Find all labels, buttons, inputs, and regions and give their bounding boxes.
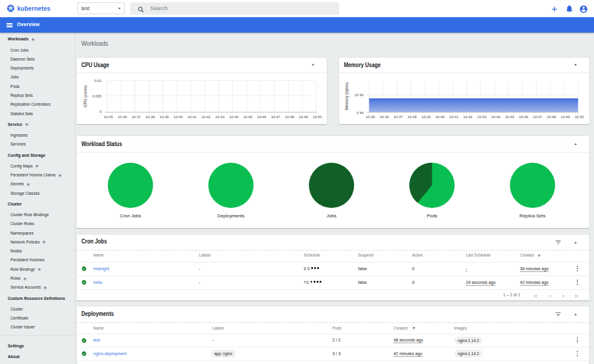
svg-text:10:38: 10:38 bbox=[407, 115, 417, 119]
svg-text:10:43: 10:43 bbox=[215, 115, 225, 119]
svg-text:0: 0 bbox=[100, 109, 102, 113]
svg-text:Replica Sets: Replica Sets bbox=[520, 213, 546, 219]
svg-text:10:46: 10:46 bbox=[519, 115, 529, 119]
svg-text:10:37: 10:37 bbox=[132, 115, 141, 119]
svg-text:Cron Jobs: Cron Jobs bbox=[120, 213, 141, 219]
svg-text:Deployments: Deployments bbox=[217, 213, 245, 219]
svg-text:10:35: 10:35 bbox=[366, 115, 375, 119]
svg-text:0.01: 0.01 bbox=[94, 78, 102, 83]
svg-text:10:44: 10:44 bbox=[491, 115, 501, 119]
svg-text:10:40: 10:40 bbox=[173, 115, 183, 119]
svg-text:10:38: 10:38 bbox=[146, 115, 155, 119]
svg-text:10:43: 10:43 bbox=[477, 115, 486, 119]
svg-text:10:45: 10:45 bbox=[505, 115, 514, 119]
svg-text:Jobs: Jobs bbox=[327, 213, 337, 219]
svg-text:10:35: 10:35 bbox=[104, 115, 113, 119]
svg-text:10:50: 10:50 bbox=[574, 115, 584, 119]
svg-text:10:48: 10:48 bbox=[285, 115, 295, 119]
svg-text:10 Mi: 10 Mi bbox=[355, 93, 364, 97]
svg-text:10:36: 10:36 bbox=[118, 115, 127, 119]
svg-text:0 Mi: 0 Mi bbox=[356, 110, 364, 115]
svg-text:10:45: 10:45 bbox=[243, 115, 252, 119]
svg-text:10:46: 10:46 bbox=[257, 115, 267, 119]
svg-text:CPU (cores): CPU (cores) bbox=[83, 85, 88, 107]
svg-text:10:47: 10:47 bbox=[533, 115, 542, 119]
svg-text:10:47: 10:47 bbox=[271, 115, 280, 119]
svg-text:10:44: 10:44 bbox=[229, 115, 239, 119]
svg-text:10:37: 10:37 bbox=[394, 115, 403, 119]
svg-text:10:48: 10:48 bbox=[547, 115, 557, 119]
svg-text:Pods: Pods bbox=[426, 213, 437, 219]
svg-text:Memory (bytes): Memory (bytes) bbox=[345, 82, 349, 110]
svg-text:10:50: 10:50 bbox=[313, 115, 323, 119]
svg-text:10:41: 10:41 bbox=[187, 115, 197, 119]
svg-text:10:42: 10:42 bbox=[201, 115, 211, 119]
svg-text:10:40: 10:40 bbox=[435, 115, 445, 119]
svg-text:10:39: 10:39 bbox=[160, 115, 169, 119]
svg-text:10:49: 10:49 bbox=[561, 115, 570, 119]
svg-text:0.005: 0.005 bbox=[93, 94, 102, 98]
svg-text:10:41: 10:41 bbox=[449, 115, 459, 119]
svg-text:10:42: 10:42 bbox=[463, 115, 473, 119]
svg-text:10:49: 10:49 bbox=[299, 115, 308, 119]
svg-text:10:36: 10:36 bbox=[380, 115, 389, 119]
svg-text:10:39: 10:39 bbox=[421, 115, 431, 119]
